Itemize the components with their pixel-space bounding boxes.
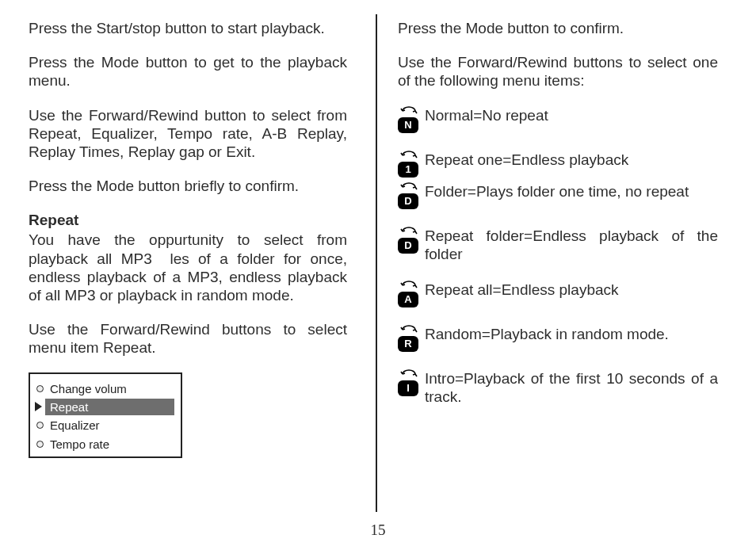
mode-item: DFolder=Plays folder one time, no repeat [398, 182, 718, 209]
menu-label: Equalizer [50, 418, 100, 432]
mode-badge-icon: A [398, 292, 418, 307]
mode-icon-column: 1 [398, 151, 425, 178]
mode-badge-icon: R [398, 336, 418, 352]
mode-description: Repeat all=Endless playback [425, 281, 718, 299]
mode-badge-icon: I [398, 380, 418, 396]
mode-badge-icon: 1 [398, 162, 418, 178]
left-column: Press the Start/stop button to start pla… [0, 0, 376, 550]
mode-badge-icon: D [398, 193, 418, 209]
mode-description: Intro=Playback of the first 10 seconds o… [425, 369, 718, 406]
loop-arrow-icon [399, 151, 418, 160]
bullet-icon [36, 385, 44, 392]
mode-badge-icon: N [398, 117, 418, 133]
selection-arrow-icon [35, 402, 42, 411]
paragraph: Use the Forward/Rewind buttons to select… [29, 320, 347, 357]
repeat-mode-list: NNormal=No repeat1Repeat one=Endless pla… [398, 106, 718, 407]
mode-icon-column: I [398, 369, 425, 396]
paragraph: Press the Mode button to confirm. [398, 19, 718, 37]
mode-description: Folder=Plays folder one time, no repeat [425, 182, 718, 201]
mode-item: RRandom=Playback in random mode. [398, 325, 718, 352]
bullet-icon [36, 422, 44, 429]
paragraph: Press the Start/stop button to start pla… [29, 19, 347, 37]
mode-item: NNormal=No repeat [398, 106, 718, 133]
mode-badge-icon: D [398, 238, 418, 254]
paragraph: Use the Forward/Rewind buttons to select… [398, 53, 718, 90]
mode-icon-column: D [398, 182, 425, 209]
mode-item: DRepeat folder=Endless playback of the f… [398, 227, 718, 263]
column-divider [376, 14, 377, 512]
loop-arrow-icon [399, 281, 418, 290]
loop-arrow-icon [399, 106, 418, 116]
mode-icon-column: R [398, 325, 425, 352]
page-number: 15 [371, 521, 386, 539]
mode-icon-column: D [398, 227, 425, 254]
loop-arrow-icon [399, 369, 418, 379]
mode-icon-column: N [398, 106, 425, 133]
menu-label: Tempo rate [50, 437, 109, 451]
loop-arrow-icon [399, 227, 418, 236]
manual-page: Press the Start/stop button to start pla… [0, 0, 756, 550]
paragraph: You have the oppurtunity to select from … [29, 231, 347, 304]
mode-icon-column: A [398, 281, 425, 307]
mode-item: ARepeat all=Endless playback [398, 281, 718, 307]
menu-label: Change volum [50, 382, 127, 395]
paragraph: Press the Mode button to get to the play… [29, 53, 347, 90]
paragraph: Press the Mode button briefly to confirm… [29, 177, 347, 195]
bullet-icon [36, 441, 44, 448]
mode-description: Normal=No repeat [425, 106, 718, 124]
loop-arrow-icon [399, 182, 418, 192]
menu-item-tempo-rate: Tempo rate [30, 434, 181, 453]
mode-item: IIntro=Playback of the first 10 seconds … [398, 369, 718, 406]
mode-item: 1Repeat one=Endless playback [398, 151, 718, 178]
section-heading-repeat: Repeat [29, 211, 347, 229]
menu-item-equalizer: Equalizer [30, 415, 181, 434]
mode-description: Repeat one=Endless playback [425, 151, 718, 169]
menu-item-repeat-selected: Repeat [35, 398, 176, 415]
mode-description: Repeat folder=Endless playback of the fo… [425, 227, 718, 263]
menu-item-change-volume: Change volum [30, 379, 181, 398]
loop-arrow-icon [399, 325, 418, 334]
menu-label: Repeat [45, 399, 174, 415]
right-column: Press the Mode button to confirm. Use th… [376, 0, 756, 550]
menu-screenshot: Change volum Repeat Equalizer Tempo rate [29, 372, 182, 458]
mode-description: Random=Playback in random mode. [425, 325, 718, 343]
paragraph: Use the Forward/Rewind button to select … [29, 106, 347, 162]
